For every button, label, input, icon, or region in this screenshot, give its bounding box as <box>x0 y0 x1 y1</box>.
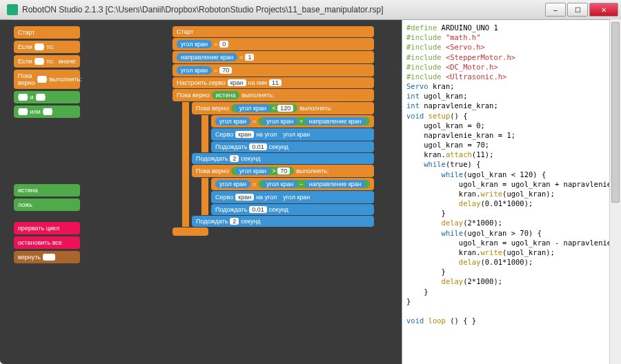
palette-start[interactable]: Старт <box>14 26 80 39</box>
app-body: Старт Если то: Если то:иначе: Пока верно… <box>0 20 621 364</box>
block-servo-write2: Сервокранна уголугол кран <box>211 191 374 203</box>
app-icon <box>7 4 18 15</box>
window-controls: – ☐ ✕ <box>545 3 618 17</box>
palette-break[interactable]: прервать цикл <box>14 222 80 234</box>
scrollbar-thumb[interactable] <box>611 22 620 203</box>
palette-false[interactable]: ложь <box>14 199 80 211</box>
block-set-angle: угол кран=0 <box>172 38 374 50</box>
block-servo-write: Сервокранна уголугол кран <box>211 128 374 141</box>
script-stack[interactable]: Старт угол кран=0 направление кран=1 уго… <box>172 26 374 236</box>
palette-or[interactable]: или <box>14 105 80 118</box>
block-setup-servo: Настроить сервокранна пин11 <box>172 77 374 88</box>
code-panel[interactable]: </> 💾 ▶ ▣ #define ARDUINO_UNO 1 #include… <box>402 20 621 364</box>
maximize-button[interactable]: ☐ <box>567 3 588 17</box>
titlebar: RobotON Studio 2.1.3 [C:\Users\Daniil\Dr… <box>0 0 621 20</box>
block-set-angle70: угол кран=70 <box>172 64 374 77</box>
palette-if-else[interactable]: Если то:иначе: <box>14 55 80 68</box>
block-incr: угол кран=угол кран + направление кран <box>211 115 374 128</box>
script-canvas[interactable]: Старт угол кран=0 направление кран=1 уго… <box>83 20 402 364</box>
block-start: Старт <box>172 26 374 37</box>
block-while-gt: Пока верноугол кран > 70выполнять: <box>192 165 374 177</box>
palette-return[interactable]: вернуть <box>14 251 80 263</box>
app-window: RobotON Studio 2.1.3 [C:\Users\Daniil\Dr… <box>0 0 621 364</box>
block-wait4: Подождать2секунд <box>192 216 374 227</box>
palette-stop-all[interactable]: остановить все <box>14 236 80 249</box>
palette-true[interactable]: истина <box>14 184 80 196</box>
vertical-scrollbar[interactable] <box>609 19 621 364</box>
block-set-dir: направление кран=1 <box>172 51 374 63</box>
block-wait3: Подождать0.01секунд <box>211 204 374 215</box>
block-wait: Подождать0.01секунд <box>211 141 374 152</box>
block-palette: Старт Если то: Если то:иначе: Пока верно… <box>0 20 83 364</box>
block-wait2: Подождать2секунд <box>192 153 374 164</box>
palette-while[interactable]: Пока верно выполнять: <box>14 70 80 89</box>
palette-and[interactable]: и <box>14 91 80 103</box>
close-button[interactable]: ✕ <box>589 3 618 17</box>
minimize-button[interactable]: – <box>545 3 566 17</box>
window-title: RobotON Studio 2.1.3 [C:\Users\Daniil\Dr… <box>22 5 545 14</box>
block-while-true: Пока верноистинавыполнять: <box>172 89 374 101</box>
palette-if[interactable]: Если то: <box>14 41 80 53</box>
block-end <box>172 228 208 236</box>
block-while-lt: Пока верноугол кран < 120выполнять: <box>192 102 374 114</box>
code-text: #define ARDUINO_UNO 1 #include "math.h" … <box>406 23 617 325</box>
block-decr: угол кран=угол кран − направление кран <box>211 178 374 190</box>
